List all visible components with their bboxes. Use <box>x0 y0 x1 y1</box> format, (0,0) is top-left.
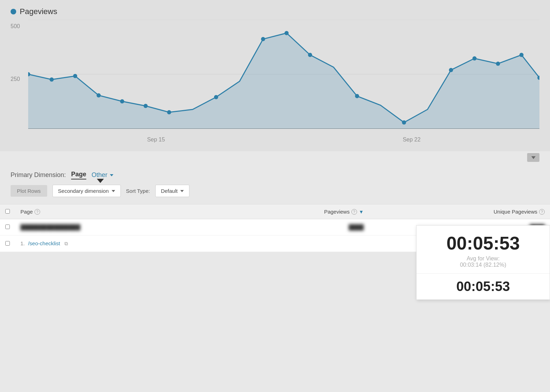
row-checkbox-cell <box>0 219 15 235</box>
chart-point[interactable] <box>519 53 524 57</box>
select-all-checkbox[interactable] <box>5 209 10 214</box>
unique-pageviews-col-label: Unique Pageviews <box>494 209 537 215</box>
page-col-label: Page <box>20 209 33 215</box>
tooltip-avg-label: Avg for View: <box>417 255 550 262</box>
secondary-dimension-arrow-icon <box>112 190 115 192</box>
row1-num: 1. <box>20 240 25 246</box>
toolbar-row: Plot Rows Secondary dimension Sort Type:… <box>11 185 539 197</box>
th-pageviews: Pageviews ? ▼ <box>222 204 369 219</box>
row1-page-cell: 1. /seo-checklist ⧉ <box>15 235 222 252</box>
row1-checkbox[interactable] <box>5 241 10 246</box>
page-selected-indicator <box>97 179 104 183</box>
chart-point[interactable] <box>473 56 477 61</box>
pageviews-col-header: Pageviews ? ▼ <box>227 209 364 215</box>
page-help-icon[interactable]: ? <box>35 209 40 215</box>
scrollbar-area <box>0 151 550 164</box>
chart-point[interactable] <box>50 77 54 82</box>
chart-area: 500 250 <box>11 20 539 146</box>
chart-area-fill <box>28 33 539 129</box>
chart-point[interactable] <box>285 31 289 35</box>
primary-dimension-page[interactable]: Page <box>71 171 86 179</box>
pageviews-col-label: Pageviews <box>324 209 350 215</box>
chart-point[interactable] <box>120 99 124 103</box>
chart-point[interactable] <box>261 37 265 41</box>
unique-pageviews-help-icon[interactable]: ? <box>539 209 545 215</box>
y-label-250: 250 <box>11 76 20 82</box>
sort-type-dropdown[interactable]: Default <box>155 185 190 197</box>
legend-dot <box>11 9 16 14</box>
x-label-sep15: Sep 15 <box>147 137 165 143</box>
scroll-down-arrow-icon <box>531 156 536 159</box>
secondary-dimension-label: Secondary dimension <box>58 188 109 194</box>
page-col-header: Page ? <box>20 209 217 215</box>
sort-type-default-label: Default <box>161 188 178 194</box>
tooltip-main-value: 00:05:53 <box>417 226 550 255</box>
row1-checkbox-cell <box>0 235 15 252</box>
x-axis-labels: Sep 15 Sep 22 <box>28 137 539 143</box>
sort-type-arrow-icon <box>180 190 184 192</box>
other-label: Other <box>92 171 107 179</box>
secondary-dimension-dropdown[interactable]: Secondary dimension <box>52 185 121 197</box>
table-container: Page ? Pageviews ? ▼ Unique Pageviews ? <box>0 204 550 252</box>
row-page-blurred: ████████████████ <box>20 224 80 230</box>
chart-point[interactable] <box>73 74 77 78</box>
th-page: Page ? <box>15 204 222 219</box>
scroll-down-button[interactable] <box>527 153 539 162</box>
primary-dimension-row: Primary Dimension: Page Other <box>11 171 539 179</box>
chart-point[interactable] <box>308 53 312 57</box>
plot-rows-button[interactable]: Plot Rows <box>11 185 47 197</box>
y-axis-labels: 500 250 <box>11 23 20 129</box>
row-pageviews-cell: ████ <box>222 219 369 235</box>
other-dropdown-arrow-icon <box>110 174 113 176</box>
row-checkbox[interactable] <box>5 225 10 229</box>
sort-type-label: Sort Type: <box>126 188 150 194</box>
th-checkbox <box>0 204 15 219</box>
chart-point[interactable] <box>449 68 453 72</box>
row1-page-link[interactable]: /seo-checklist <box>28 240 60 246</box>
other-dropdown[interactable]: Other <box>92 171 113 179</box>
controls-area: Primary Dimension: Page Other Plot Rows … <box>0 164 550 204</box>
sort-desc-icon: ▼ <box>359 209 364 215</box>
chart-point[interactable] <box>355 94 359 98</box>
chart-point[interactable] <box>214 95 218 99</box>
chart-point[interactable] <box>496 62 500 66</box>
pageviews-help-icon[interactable]: ? <box>351 209 357 215</box>
chart-legend: Pageviews <box>11 7 539 16</box>
chart-point[interactable] <box>96 93 101 97</box>
row-page-cell: ████████████████ <box>15 219 222 235</box>
y-label-500: 500 <box>11 23 20 30</box>
tooltip-popup: 00:05:53 Avg for View: 00:03:14 (82.12%)… <box>416 225 550 300</box>
tooltip-row-value: 00:05:53 <box>417 274 550 299</box>
table-header-row: Page ? Pageviews ? ▼ Unique Pageviews ? <box>0 204 550 219</box>
tooltip-avg-value: 00:03:14 (82.12%) <box>417 262 550 273</box>
copy-link-icon[interactable]: ⧉ <box>64 241 68 246</box>
th-unique-pageviews: Unique Pageviews ? <box>369 204 550 219</box>
chart-svg <box>28 20 539 129</box>
chart-point[interactable] <box>402 120 406 125</box>
row1-pageviews-cell <box>222 235 369 252</box>
primary-dimension-label: Primary Dimension: <box>11 171 66 179</box>
x-label-sep22: Sep 22 <box>403 137 421 143</box>
row-pageviews-blurred: ████ <box>349 224 364 230</box>
unique-pageviews-col-header: Unique Pageviews ? <box>374 209 545 215</box>
chart-container: Pageviews 500 250 <box>0 0 550 151</box>
chart-svg-wrapper <box>28 20 539 129</box>
chart-point[interactable] <box>144 104 148 108</box>
legend-label: Pageviews <box>20 7 57 16</box>
chart-point[interactable] <box>167 110 171 114</box>
